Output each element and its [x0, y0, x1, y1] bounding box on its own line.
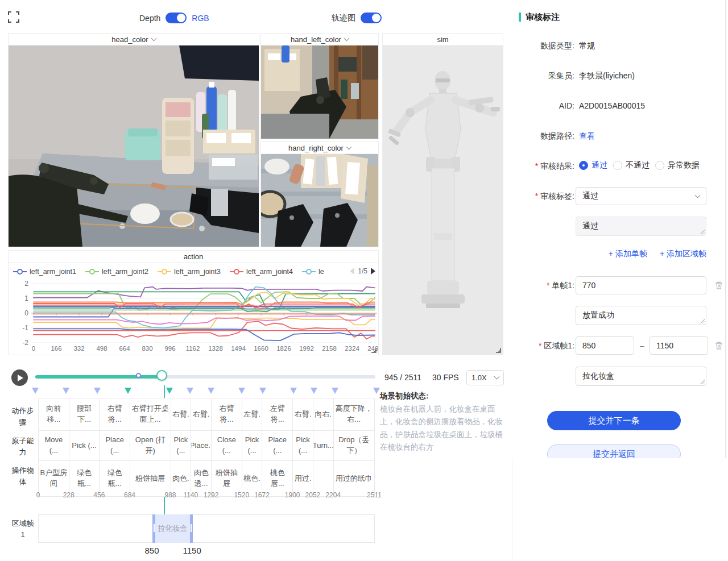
axis-label: 1520	[234, 491, 249, 499]
review-tag-select[interactable]: 通过	[576, 187, 706, 205]
data-path-link[interactable]: 查看	[579, 131, 595, 142]
radio-icon[interactable]	[579, 161, 588, 170]
add-region-frame-link[interactable]: + 添加区域帧	[660, 249, 706, 259]
step-cell[interactable]: 高度下降，右...	[334, 398, 375, 431]
resize-handle-icon[interactable]	[495, 347, 501, 353]
hand-left-color-title: hand_left_color	[291, 35, 341, 44]
legend-item[interactable]: left_arm_joint4	[230, 268, 293, 276]
depth-rgb-toggle[interactable]	[166, 13, 187, 23]
timeline-marker[interactable]	[187, 388, 193, 394]
timeline-marker[interactable]	[332, 388, 338, 394]
step-table: 向前移...腰部下...右臂将...右臂打开桌面上...右臂.右臂.右臂将...…	[38, 398, 375, 497]
timeline-marker[interactable]	[63, 388, 69, 394]
step-cell[interactable]: 右臂.	[191, 398, 212, 431]
step-cell[interactable]: Drop（丢下）	[334, 431, 375, 461]
timeline-marker[interactable]	[259, 388, 266, 394]
step-cell[interactable]: Close (...	[212, 431, 242, 461]
legend-prev-icon[interactable]	[350, 268, 354, 275]
hand-left-color-panel: hand_left_color	[260, 33, 379, 139]
play-button[interactable]	[11, 369, 28, 386]
region-note-text: 拉化妆盒	[582, 371, 614, 381]
step-cell[interactable]: 左臂将...	[262, 398, 293, 431]
region-end-label: 1150	[183, 546, 201, 555]
single-frame-label: 单帧1:	[515, 281, 574, 291]
legend-next-icon[interactable]	[371, 268, 375, 275]
player-slider-handle[interactable]	[156, 370, 167, 381]
radio-option[interactable]: 通过	[579, 160, 607, 171]
step-cell[interactable]: Move (...	[39, 431, 69, 461]
timeline-marker[interactable]	[238, 388, 245, 394]
timeline-marker[interactable]	[94, 388, 101, 394]
step-cell[interactable]: Pick (...	[293, 431, 313, 461]
resize-handle-icon[interactable]	[370, 347, 377, 353]
radio-option[interactable]: 异常数据	[655, 160, 700, 171]
axis-label: 2204	[325, 491, 341, 499]
step-cell[interactable]: 右臂.	[171, 398, 192, 431]
timeline-marker[interactable]	[290, 388, 297, 394]
legend-item[interactable]: left_arm_joint3	[158, 268, 221, 276]
single-frame-input[interactable]: 770	[576, 276, 706, 294]
radio-option[interactable]: 不通过	[613, 160, 650, 171]
step-cell[interactable]: Pick (...	[242, 431, 263, 461]
x-axis-tick-label: 1328	[208, 345, 223, 352]
timeline-marker[interactable]	[208, 388, 214, 394]
fullscreen-icon[interactable]	[8, 11, 19, 23]
single-frame-marker-dot[interactable]	[136, 373, 141, 378]
collector-label: 采集员:	[515, 71, 574, 81]
hand-left-color-header[interactable]: hand_left_color	[261, 34, 378, 45]
timeline-marker[interactable]	[125, 388, 131, 394]
step-cell[interactable]: Place..	[191, 431, 212, 461]
speed-select[interactable]: 1.0X	[466, 370, 504, 385]
step-cell[interactable]: Turn...	[313, 431, 334, 461]
region-left-grip[interactable]	[154, 524, 155, 532]
step-cell[interactable]: Pick (...	[171, 431, 192, 461]
step-cell[interactable]: 右臂将...	[100, 398, 130, 431]
trajectory-toggle[interactable]	[361, 13, 382, 23]
step-cell[interactable]: Open (打开)	[130, 431, 171, 461]
delete-region-frame-icon[interactable]	[714, 341, 723, 350]
single-frame-note-textarea[interactable]: 放置成功	[576, 306, 706, 325]
region-start-input[interactable]: 850	[576, 336, 634, 355]
review-tag-note-textarea[interactable]: 通过	[576, 217, 706, 236]
legend-item[interactable]: left_arm_joint1	[13, 268, 76, 276]
region-track[interactable]: 拉化妆盒	[38, 514, 375, 543]
chevron-down-icon	[346, 144, 351, 149]
speed-value: 1.0X	[471, 373, 487, 382]
radio-icon[interactable]	[655, 161, 664, 170]
step-cell[interactable]: 右臂.	[293, 398, 313, 431]
timeline-marker[interactable]	[311, 388, 317, 394]
legend-item[interactable]: le	[302, 268, 324, 276]
submit-next-button[interactable]: 提交并下一条	[547, 411, 681, 430]
hand-right-color-header[interactable]: hand_right_color	[261, 142, 378, 154]
step-cell[interactable]: Place (...	[100, 431, 130, 461]
step-cell[interactable]: Pick (...	[69, 431, 100, 461]
step-cell[interactable]: 右臂将...	[212, 398, 242, 431]
region-range-box[interactable]: 拉化妆盒	[152, 514, 193, 543]
timeline-marker[interactable]	[32, 388, 39, 394]
scrollbar-track[interactable]	[725, 0, 726, 458]
region-end-input[interactable]: 1150	[650, 336, 708, 355]
add-single-frame-link[interactable]: + 添加单帧	[609, 249, 647, 259]
submit-return-button[interactable]: 提交并返回	[547, 444, 681, 458]
legend-item[interactable]: left_arm_joint2	[85, 268, 148, 276]
review-tag-label: 审核标签:	[515, 192, 574, 202]
step-cell[interactable]: 向右.	[313, 398, 334, 431]
axis-label: 1672	[254, 491, 270, 499]
region-right-grip[interactable]	[191, 524, 192, 532]
radio-icon[interactable]	[613, 161, 622, 170]
step-cell[interactable]: 左臂.	[242, 398, 263, 431]
head-camera-image	[9, 45, 259, 247]
action-chart-plot: 210-1-2016633249866483099611621328149416…	[9, 278, 379, 355]
timeline-marker[interactable]	[373, 388, 380, 394]
head-color-header[interactable]: head_color	[9, 34, 259, 45]
step-cell[interactable]: 向前移...	[39, 398, 69, 431]
step-cell[interactable]: 右臂打开桌面上...	[130, 398, 171, 431]
delete-single-frame-icon[interactable]	[714, 281, 723, 290]
axis-label: 2511	[367, 491, 382, 499]
row-label-region-frame: 区域帧1	[10, 518, 36, 541]
step-cell[interactable]: 腰部下...	[69, 398, 100, 431]
timeline-marker[interactable]	[166, 388, 173, 394]
step-cell[interactable]: Place (...	[262, 431, 293, 461]
region-note-textarea[interactable]: 拉化妆盒	[576, 367, 706, 386]
legend-marker-icon	[13, 269, 27, 275]
